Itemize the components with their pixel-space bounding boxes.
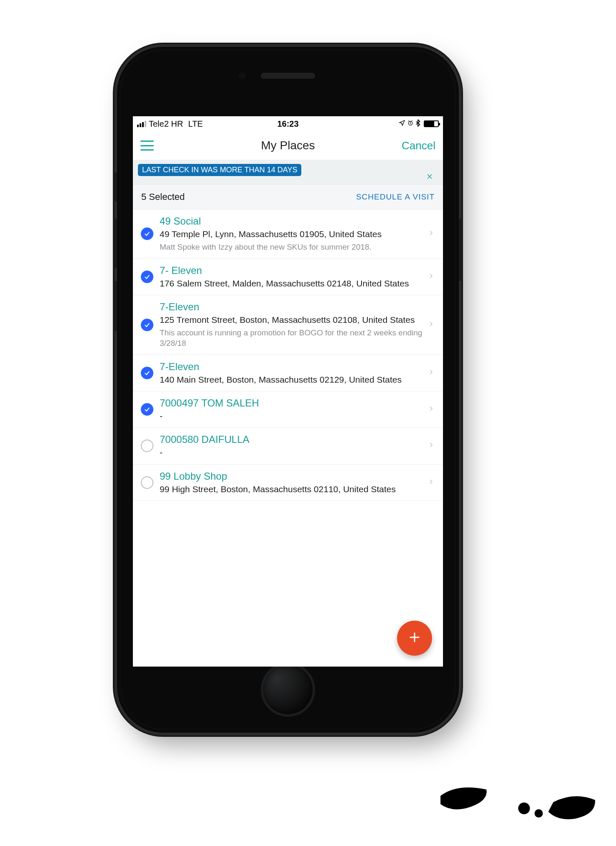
chevron-right-icon [428, 319, 440, 330]
svg-point-1 [518, 803, 530, 814]
volume-down-button [113, 281, 117, 331]
cancel-button[interactable]: Cancel [402, 139, 435, 152]
place-list: 49 Social49 Temple Pl, Lynn, Massachuset… [133, 210, 443, 501]
place-row[interactable]: 49 Social49 Temple Pl, Lynn, Massachuset… [133, 210, 443, 259]
svg-point-2 [535, 809, 543, 818]
filter-bar: LAST CHECK IN WAS MORE THAN 14 DAYS [133, 160, 443, 184]
place-name: 49 Social [160, 215, 425, 227]
select-checkbox[interactable] [141, 403, 153, 416]
phone-frame: Tele2 HR LTE 16:23 [117, 47, 459, 733]
select-checkbox[interactable] [141, 476, 153, 489]
place-address: 99 High Street, Boston, Massachusetts 02… [160, 484, 425, 495]
place-row[interactable]: 7-Eleven125 Tremont Street, Boston, Mass… [133, 295, 443, 355]
mute-switch [113, 172, 117, 202]
place-row[interactable]: 7- Eleven176 Salem Street, Malden, Massa… [133, 259, 443, 295]
select-checkbox[interactable] [141, 440, 153, 452]
chevron-right-icon [428, 404, 440, 415]
place-row[interactable]: 7000497 TOM SALEH- [133, 391, 443, 428]
home-button[interactable] [261, 662, 315, 717]
schedule-visit-button[interactable]: SCHEDULE A VISIT [356, 192, 435, 202]
signal-icon [137, 121, 146, 127]
place-address: 176 Salem Street, Malden, Massachusetts … [160, 278, 425, 289]
nav-bar: My Places Cancel [133, 131, 443, 160]
place-name: 7000497 TOM SALEH [160, 397, 425, 409]
screen: Tele2 HR LTE 16:23 [133, 116, 443, 667]
selected-count: 5 Selected [141, 192, 185, 202]
power-button [459, 218, 463, 281]
select-checkbox[interactable] [141, 319, 153, 331]
select-checkbox[interactable] [141, 271, 153, 283]
selection-bar: 5 Selected SCHEDULE A VISIT [133, 184, 443, 210]
chevron-right-icon [428, 228, 440, 239]
battery-icon [424, 120, 439, 127]
place-address: 49 Temple Pl, Lynn, Massachusetts 01905,… [160, 229, 425, 240]
place-note: This account is running a promotion for … [160, 328, 425, 348]
decorative-shadow [440, 779, 599, 829]
place-name: 7-Eleven [160, 301, 425, 313]
place-address: - [160, 447, 425, 458]
chevron-right-icon [428, 368, 440, 378]
carrier-label: Tele2 HR [149, 119, 183, 129]
place-row[interactable]: 7-Eleven140 Main Street, Boston, Massach… [133, 355, 443, 391]
network-label: LTE [188, 119, 203, 129]
chevron-right-icon [428, 271, 440, 282]
volume-up-button [113, 218, 117, 268]
place-name: 7000580 DAIFULLA [160, 434, 425, 445]
place-address: 140 Main Street, Boston, Massachusetts 0… [160, 374, 425, 385]
place-name: 99 Lobby Shop [160, 470, 425, 482]
chevron-right-icon [428, 477, 440, 488]
speaker-grille [261, 73, 315, 79]
menu-button[interactable] [140, 141, 154, 151]
select-checkbox[interactable] [141, 367, 153, 379]
bluetooth-icon [415, 119, 420, 129]
front-camera [238, 71, 247, 80]
select-checkbox[interactable] [141, 227, 153, 240]
place-address: 125 Tremont Street, Boston, Massachusett… [160, 314, 425, 325]
location-icon [399, 120, 405, 128]
close-icon[interactable] [425, 172, 434, 182]
status-bar: Tele2 HR LTE 16:23 [133, 116, 443, 131]
place-note: Matt Spoke with Izzy about the new SKUs … [160, 242, 425, 253]
add-button[interactable] [397, 621, 432, 656]
page-title: My Places [133, 139, 443, 152]
clock-label: 16:23 [277, 119, 298, 129]
filter-chip[interactable]: LAST CHECK IN WAS MORE THAN 14 DAYS [138, 164, 301, 176]
place-name: 7-Eleven [160, 361, 425, 373]
place-address: - [160, 411, 425, 422]
chevron-right-icon [428, 440, 440, 451]
place-row[interactable]: 7000580 DAIFULLA- [133, 428, 443, 464]
plus-icon [407, 630, 422, 646]
place-row[interactable]: 99 Lobby Shop99 High Street, Boston, Mas… [133, 465, 443, 501]
alarm-icon [407, 120, 414, 128]
place-name: 7- Eleven [160, 265, 425, 276]
